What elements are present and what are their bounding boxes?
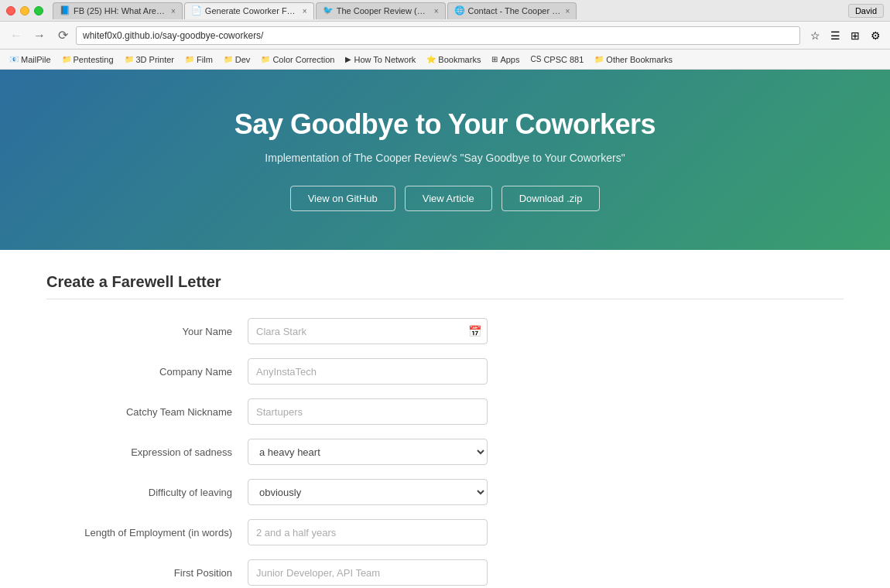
form-label-difficulty-of-leaving: Difficulty of leaving xyxy=(46,487,248,498)
form-section-title: Create a Farewell Letter xyxy=(46,273,844,291)
bookmark-label-cpsc-881: CPSC 881 xyxy=(543,55,584,64)
tab-close-icon[interactable]: × xyxy=(171,7,176,15)
bookmark-icon-dev: 📁 xyxy=(224,55,233,63)
form-label-expression-of-sadness: Expression of sadness xyxy=(46,446,248,458)
form-input-company-name[interactable] xyxy=(248,358,488,385)
tab-favicon: 📘 xyxy=(60,5,70,16)
hero-buttons: View on GitHubView ArticleDownload .zip xyxy=(15,186,875,211)
form-section: Create a Farewell Letter Your Name📅Compa… xyxy=(0,250,890,588)
hero-title: Say Goodbye to Your Coworkers xyxy=(15,108,875,141)
maximize-window-button[interactable] xyxy=(34,6,43,15)
hero-section: Say Goodbye to Your Coworkers Implementa… xyxy=(0,70,890,250)
form-input-your-name[interactable] xyxy=(248,318,488,344)
form-label-your-name: Your Name xyxy=(46,326,248,337)
bookmark-cpsc-881[interactable]: CSCPSC 881 xyxy=(525,53,588,66)
browser-tab-tab4[interactable]: 🌐Contact - The Cooper Revi...× xyxy=(447,2,577,19)
form-label-company-name: Company Name xyxy=(46,366,248,378)
bookmark-icon-how-to-network: ▶ xyxy=(345,55,351,63)
form-select-expression-of-sadness[interactable]: a heavy hearta sad heartmixed feelingsre… xyxy=(248,439,488,465)
close-window-button[interactable] xyxy=(6,6,15,15)
download-zip-button[interactable]: Download .zip xyxy=(501,186,601,211)
bookmark-icon-mailpile: 📧 xyxy=(9,55,19,63)
input-wrapper-your-name: 📅 xyxy=(248,318,488,344)
bookmark-label-film: Film xyxy=(197,55,213,64)
bookmark-icon-film: 📁 xyxy=(185,55,194,63)
tab-label: FB (25) HH: What Are You Wo... xyxy=(74,6,166,15)
minimize-window-button[interactable] xyxy=(20,6,29,15)
tab-label: Generate Coworker Farew... xyxy=(205,6,298,15)
bookmarks-bar: 📧MailPile📁Pentesting📁3D Printer📁Film📁Dev… xyxy=(0,50,890,70)
settings-icon[interactable]: ⚙ xyxy=(867,27,884,44)
bookmark-other-bookmarks[interactable]: 📁Other Bookmarks xyxy=(590,53,677,66)
tab-close-icon[interactable]: × xyxy=(434,7,439,15)
bookmark-dev[interactable]: 📁Dev xyxy=(219,53,255,66)
forward-button[interactable]: → xyxy=(29,26,50,46)
bookmark-icon-pentesting: 📁 xyxy=(62,55,71,63)
form-row-first-position: First Position xyxy=(46,559,844,586)
bookmark-mailpile[interactable]: 📧MailPile xyxy=(5,53,56,66)
bookmark-icon-bookmarks: ⭐ xyxy=(426,55,436,63)
chrome-window: 📘FB (25) HH: What Are You Wo...×📄Generat… xyxy=(0,0,890,588)
browser-tab-tab3[interactable]: 🐦The Cooper Review (@The...× xyxy=(316,2,446,19)
reading-list-icon[interactable]: ☰ xyxy=(827,27,844,44)
bookmark-label-how-to-network: How To Network xyxy=(354,55,416,64)
bookmark-pentesting[interactable]: 📁Pentesting xyxy=(57,53,118,66)
refresh-button[interactable]: ⟳ xyxy=(53,26,73,46)
hero-subtitle: Implementation of The Cooper Review's "S… xyxy=(15,152,875,164)
form-row-difficulty-of-leaving: Difficulty of leavingobviouslyclearlycer… xyxy=(46,479,844,505)
bookmark-label-mailpile: MailPile xyxy=(21,55,51,64)
form-row-catchy-team-nickname: Catchy Team Nickname xyxy=(46,398,844,425)
browser-tab-tab1[interactable]: 📘FB (25) HH: What Are You Wo...× xyxy=(53,2,183,19)
tab-close-icon[interactable]: × xyxy=(303,7,307,15)
bookmark-label-dev: Dev xyxy=(235,55,251,64)
tab-close-icon[interactable]: × xyxy=(566,7,570,15)
tab-favicon: 🐦 xyxy=(323,5,334,16)
form-label-catchy-team-nickname: Catchy Team Nickname xyxy=(46,406,248,418)
nav-bar: ← → ⟳ whitef0x0.github.io/say-goodbye-co… xyxy=(0,22,890,50)
tab-favicon: 📄 xyxy=(191,5,202,16)
extensions-icon[interactable]: ⊞ xyxy=(847,27,864,44)
tab-favicon: 🌐 xyxy=(454,5,465,16)
form-row-company-name: Company Name xyxy=(46,358,844,385)
form-input-catchy-team-nickname[interactable] xyxy=(248,398,488,425)
bookmark-icon-cpsc-881: CS xyxy=(530,55,541,63)
address-bar[interactable]: whitef0x0.github.io/say-goodbye-coworker… xyxy=(76,26,800,45)
bookmark-apps[interactable]: ⊞Apps xyxy=(487,53,524,66)
view-github-button[interactable]: View on GitHub xyxy=(290,186,395,211)
form-label-length-of-employment: Length of Employment (in words) xyxy=(46,527,248,538)
tabs-bar: 📘FB (25) HH: What Are You Wo...×📄Generat… xyxy=(53,2,848,19)
title-bar: 📘FB (25) HH: What Are You Wo...×📄Generat… xyxy=(0,0,890,22)
bookmark-color-correction[interactable]: 📁Color Correction xyxy=(256,53,339,66)
bookmark-label-pentesting: Pentesting xyxy=(74,55,114,64)
form-select-difficulty-of-leaving[interactable]: obviouslyclearlycertainlyundoubtedly xyxy=(248,479,488,505)
form-label-first-position: First Position xyxy=(46,567,248,579)
bookmark-icon-apps: ⊞ xyxy=(491,55,498,63)
bookmark-icon-color-correction: 📁 xyxy=(261,55,270,63)
nav-icons: ☆ ☰ ⊞ ⚙ xyxy=(806,27,884,44)
bookmark-label-bookmarks: Bookmarks xyxy=(438,55,481,64)
bookmark-how-to-network[interactable]: ▶How To Network xyxy=(341,53,420,66)
view-article-button[interactable]: View Article xyxy=(405,186,492,211)
form-input-length-of-employment[interactable] xyxy=(248,519,488,545)
bookmark-bookmarks[interactable]: ⭐Bookmarks xyxy=(422,53,485,66)
bookmark-icon-3d-printer: 📁 xyxy=(125,55,134,63)
form-input-first-position[interactable] xyxy=(248,559,488,586)
bookmark-3d-printer[interactable]: 📁3D Printer xyxy=(120,53,180,66)
back-button[interactable]: ← xyxy=(6,26,26,46)
form-divider xyxy=(46,299,844,299)
browser-tab-tab2[interactable]: 📄Generate Coworker Farew...× xyxy=(184,2,314,19)
form-fields: Your Name📅Company NameCatchy Team Nickna… xyxy=(46,318,844,588)
tab-label: The Cooper Review (@The... xyxy=(337,6,430,15)
bookmark-film[interactable]: 📁Film xyxy=(180,53,217,66)
calendar-icon: 📅 xyxy=(468,325,481,337)
form-row-length-of-employment: Length of Employment (in words) xyxy=(46,519,844,545)
profile-button[interactable]: David xyxy=(848,4,884,18)
traffic-lights xyxy=(6,6,43,15)
bookmark-star-icon[interactable]: ☆ xyxy=(806,27,823,44)
bookmark-label-other-bookmarks: Other Bookmarks xyxy=(606,55,673,64)
bookmark-label-color-correction: Color Correction xyxy=(272,55,334,64)
bookmark-label-3d-printer: 3D Printer xyxy=(136,55,175,64)
bookmark-icon-other-bookmarks: 📁 xyxy=(594,55,604,63)
form-row-your-name: Your Name📅 xyxy=(46,318,844,344)
page-content: Say Goodbye to Your Coworkers Implementa… xyxy=(0,70,890,588)
